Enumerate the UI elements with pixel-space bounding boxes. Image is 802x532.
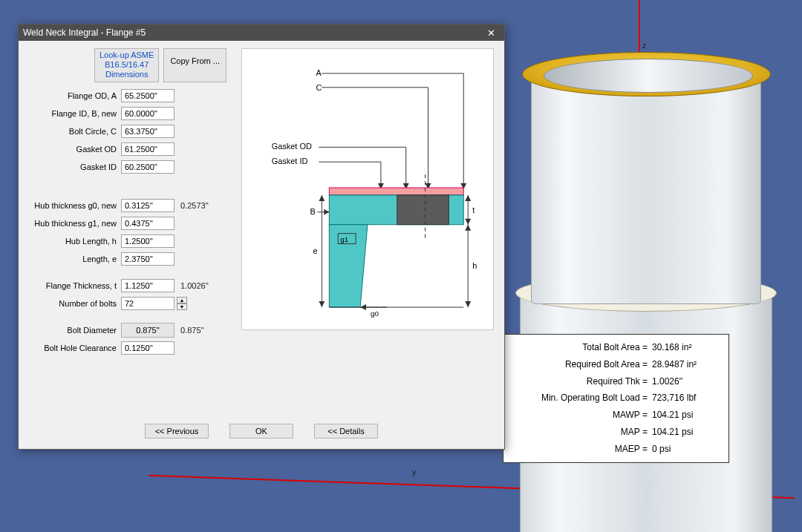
after-flange-thk: 1.0026'' (180, 281, 209, 290)
num-bolts-spinner[interactable]: ▲▼ (177, 297, 187, 310)
axis-y-label: y (412, 467, 417, 476)
dg-label-gasket-od: Gasket OD (272, 142, 312, 151)
lookup-line3: Dimensions (100, 70, 154, 79)
input-hub-g1[interactable] (121, 217, 175, 230)
ok-button[interactable]: OK (229, 424, 293, 439)
label-hub-len: Hub Length, h (25, 237, 121, 246)
result-value: 1.0026'' (652, 373, 723, 390)
previous-button[interactable]: << Previous (145, 424, 209, 439)
flange-dialog: Weld Neck Integral - Flange #5 ✕ Look-up… (18, 24, 505, 450)
dg-label-h: h (472, 261, 477, 270)
result-value: 30.168 in² (652, 339, 723, 356)
label-gasket-od: Gasket OD (25, 145, 121, 154)
input-gasket-od[interactable] (121, 142, 175, 156)
dg-label-e: e (313, 246, 317, 255)
dg-label-A: A (316, 68, 322, 77)
result-label: MAWP = (509, 407, 652, 424)
label-flange-thk: Flange Thickness, t (25, 281, 121, 290)
input-gasket-id[interactable] (121, 160, 175, 174)
spin-down-icon[interactable]: ▼ (177, 303, 187, 310)
label-num-bolts: Number of bolts (25, 299, 121, 308)
button-bolt-dia[interactable]: 0.875'' (121, 323, 175, 338)
input-flange-id[interactable] (121, 107, 175, 120)
after-bolt-dia: 0.875'' (180, 326, 204, 335)
input-flange-thk[interactable] (121, 279, 175, 292)
result-label: Min. Operating Bolt Load = (509, 390, 652, 407)
dg-label-g1: g1 (340, 235, 349, 243)
input-bolt-circle[interactable] (121, 125, 175, 138)
label-hub-g1: Hub thickness g1, new (25, 219, 121, 228)
label-bolt-circle: Bolt Circle, C (25, 127, 121, 136)
flange-diagram: A C Gasket OD Gasket ID (241, 48, 494, 330)
input-hub-len[interactable] (121, 234, 175, 248)
label-gasket-id: Gasket ID (25, 162, 121, 171)
label-bolt-dia: Bolt Diameter (25, 326, 121, 335)
input-num-bolts[interactable] (121, 297, 175, 310)
result-value: 104.21 psi (652, 424, 723, 441)
result-value: 28.9487 in² (652, 356, 723, 373)
label-bolt-hole-clr: Bolt Hole Clearance (25, 344, 121, 352)
axis-z-label: z (642, 41, 647, 50)
result-label: MAP = (509, 424, 652, 441)
lookup-line2: B16.5/16.47 (100, 60, 154, 70)
dg-label-C: C (316, 83, 322, 92)
label-flange-id: Flange ID, B, new (25, 109, 121, 118)
spin-up-icon[interactable]: ▲ (177, 297, 187, 303)
result-value: 0 psi (652, 441, 723, 458)
svg-marker-30 (465, 219, 471, 225)
flange-form: Flange OD, A Flange ID, B, new Bolt Circ… (25, 87, 232, 357)
dg-label-B: B (310, 207, 315, 216)
lookup-asme-button[interactable]: Look-up ASME B16.5/16.47 Dimensions (94, 48, 159, 82)
label-hub-g0: Hub thickness g0, new (25, 201, 121, 210)
result-label: Required Thk = (509, 373, 652, 390)
svg-rect-16 (329, 188, 463, 195)
input-hub-g0[interactable] (121, 199, 175, 212)
dialog-title: Weld Neck Integral - Flange #5 (23, 27, 482, 38)
copy-from-button[interactable]: Copy From ... (163, 48, 226, 82)
label-flange-od: Flange OD, A (25, 91, 121, 100)
results-tooltip: Total Bolt Area =30.168 in² Required Bol… (503, 334, 729, 463)
result-label: Total Bolt Area = (509, 339, 652, 356)
vessel-upper-shell (531, 82, 761, 304)
vessel-top-flange (522, 52, 771, 96)
svg-rect-20 (397, 195, 449, 225)
input-length-e[interactable] (121, 252, 175, 266)
dialog-titlebar[interactable]: Weld Neck Integral - Flange #5 ✕ (19, 24, 504, 41)
dg-label-gasket-id: Gasket ID (272, 157, 308, 165)
dialog-body: Look-up ASME B16.5/16.47 Dimensions Copy… (19, 41, 504, 449)
result-label: Required Bolt Area = (509, 356, 652, 373)
result-label: MAEP = (509, 441, 652, 458)
after-hub-g0: 0.2573'' (180, 201, 209, 210)
input-flange-od[interactable] (121, 89, 175, 102)
label-length-e: Length, e (25, 254, 121, 263)
details-button[interactable]: << Details (314, 424, 378, 439)
svg-marker-27 (319, 301, 325, 307)
result-value: 104.21 psi (652, 407, 723, 424)
dg-label-g0: g0 (371, 309, 379, 318)
input-bolt-hole-clr[interactable] (121, 341, 175, 355)
result-value: 723,716 lbf (652, 390, 723, 407)
dg-label-t: t (472, 206, 475, 214)
svg-marker-23 (324, 209, 329, 215)
close-icon[interactable]: ✕ (482, 27, 500, 39)
svg-marker-32 (465, 225, 471, 231)
lookup-line1: Look-up ASME (100, 50, 154, 60)
svg-marker-33 (465, 301, 471, 307)
svg-marker-26 (319, 195, 325, 201)
svg-marker-29 (465, 195, 471, 201)
